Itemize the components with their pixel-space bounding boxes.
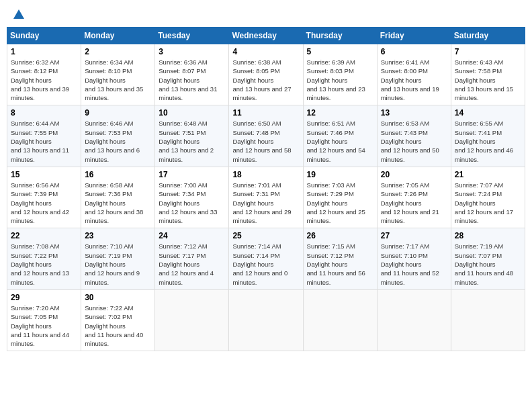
calendar-day-cell: 6 Sunrise: 6:41 AM Sunset: 8:00 PM Dayli… [377, 44, 451, 105]
day-info: Sunrise: 6:46 AM Sunset: 7:53 PM Dayligh… [85, 119, 151, 163]
calendar-day-cell: 2 Sunrise: 6:34 AM Sunset: 8:10 PM Dayli… [81, 44, 155, 105]
calendar-day-cell: 11 Sunrise: 6:50 AM Sunset: 7:48 PM Dayl… [229, 105, 303, 167]
calendar-day-cell: 14 Sunrise: 6:55 AM Sunset: 7:41 PM Dayl… [451, 105, 525, 167]
day-info: Sunrise: 7:10 AM Sunset: 7:19 PM Dayligh… [85, 242, 151, 286]
day-info: Sunrise: 7:08 AM Sunset: 7:22 PM Dayligh… [11, 242, 77, 286]
calendar-day-cell: 26 Sunrise: 7:15 AM Sunset: 7:12 PM Dayl… [303, 228, 377, 289]
calendar-day-cell: 17 Sunrise: 7:00 AM Sunset: 7:34 PM Dayl… [155, 167, 229, 228]
calendar-day-cell: 21 Sunrise: 7:07 AM Sunset: 7:24 PM Dayl… [451, 167, 525, 228]
calendar-day-cell: 27 Sunrise: 7:17 AM Sunset: 7:10 PM Dayl… [377, 228, 451, 289]
calendar-day-cell: 29 Sunrise: 7:20 AM Sunset: 7:05 PM Dayl… [7, 289, 81, 351]
day-number: 9 [85, 108, 151, 118]
calendar-day-cell [377, 289, 451, 351]
calendar-day-cell [229, 289, 303, 351]
day-number: 7 [455, 47, 521, 56]
calendar-week-row: 29 Sunrise: 7:20 AM Sunset: 7:05 PM Dayl… [7, 289, 525, 351]
day-number: 13 [381, 108, 447, 118]
day-number: 14 [455, 108, 521, 118]
day-info: Sunrise: 7:07 AM Sunset: 7:24 PM Dayligh… [455, 181, 521, 225]
day-info: Sunrise: 6:51 AM Sunset: 7:46 PM Dayligh… [307, 119, 373, 163]
day-info: Sunrise: 6:41 AM Sunset: 8:00 PM Dayligh… [381, 58, 447, 102]
day-info: Sunrise: 6:44 AM Sunset: 7:55 PM Dayligh… [11, 119, 77, 163]
day-number: 23 [85, 231, 151, 240]
calendar-day-cell: 4 Sunrise: 6:38 AM Sunset: 8:05 PM Dayli… [229, 44, 303, 105]
day-number: 18 [232, 170, 299, 179]
day-of-week-header: Thursday [303, 28, 377, 44]
day-info: Sunrise: 7:15 AM Sunset: 7:12 PM Dayligh… [307, 242, 373, 286]
calendar-day-cell [155, 289, 229, 351]
day-number: 25 [232, 231, 299, 240]
day-number: 26 [307, 231, 373, 240]
day-number: 11 [232, 108, 299, 118]
calendar-day-cell: 22 Sunrise: 7:08 AM Sunset: 7:22 PM Dayl… [7, 228, 81, 289]
calendar-day-cell [303, 289, 377, 351]
calendar-day-cell: 1 Sunrise: 6:32 AM Sunset: 8:12 PM Dayli… [7, 44, 81, 105]
calendar-day-cell: 3 Sunrise: 6:36 AM Sunset: 8:07 PM Dayli… [155, 44, 229, 105]
day-number: 28 [455, 231, 521, 240]
day-info: Sunrise: 6:36 AM Sunset: 8:07 PM Dayligh… [159, 58, 225, 102]
calendar-day-cell: 7 Sunrise: 6:43 AM Sunset: 7:58 PM Dayli… [451, 44, 525, 105]
day-number: 4 [232, 47, 299, 56]
calendar-table: SundayMondayTuesdayWednesdayThursdayFrid… [7, 27, 525, 351]
calendar-day-cell: 5 Sunrise: 6:39 AM Sunset: 8:03 PM Dayli… [303, 44, 377, 105]
day-info: Sunrise: 6:55 AM Sunset: 7:41 PM Dayligh… [455, 119, 521, 163]
day-number: 21 [455, 170, 521, 179]
day-number: 10 [159, 108, 225, 118]
day-number: 24 [159, 231, 225, 240]
day-info: Sunrise: 6:34 AM Sunset: 8:10 PM Dayligh… [85, 58, 151, 102]
day-info: Sunrise: 7:00 AM Sunset: 7:34 PM Dayligh… [159, 181, 225, 225]
day-number: 27 [381, 231, 447, 240]
day-number: 15 [11, 170, 77, 179]
calendar-day-cell: 18 Sunrise: 7:01 AM Sunset: 7:31 PM Dayl… [229, 167, 303, 228]
calendar-day-cell: 12 Sunrise: 6:51 AM Sunset: 7:46 PM Dayl… [303, 105, 377, 167]
day-info: Sunrise: 7:03 AM Sunset: 7:29 PM Dayligh… [307, 181, 373, 225]
day-info: Sunrise: 7:05 AM Sunset: 7:26 PM Dayligh… [381, 181, 447, 225]
day-number: 2 [85, 47, 151, 56]
calendar-day-cell: 30 Sunrise: 7:22 AM Sunset: 7:02 PM Dayl… [81, 289, 155, 351]
calendar-day-cell: 8 Sunrise: 6:44 AM Sunset: 7:55 PM Dayli… [7, 105, 81, 167]
day-number: 12 [307, 108, 373, 118]
calendar-day-cell: 16 Sunrise: 6:58 AM Sunset: 7:36 PM Dayl… [81, 167, 155, 228]
calendar-day-cell: 24 Sunrise: 7:12 AM Sunset: 7:17 PM Dayl… [155, 228, 229, 289]
day-info: Sunrise: 6:50 AM Sunset: 7:48 PM Dayligh… [232, 119, 299, 163]
day-info: Sunrise: 7:17 AM Sunset: 7:10 PM Dayligh… [381, 242, 447, 286]
day-info: Sunrise: 7:01 AM Sunset: 7:31 PM Dayligh… [232, 181, 299, 225]
day-number: 19 [307, 170, 373, 179]
calendar-day-cell: 20 Sunrise: 7:05 AM Sunset: 7:26 PM Dayl… [377, 167, 451, 228]
day-number: 29 [11, 293, 77, 302]
calendar-header-row: SundayMondayTuesdayWednesdayThursdayFrid… [7, 28, 525, 44]
calendar-day-cell: 9 Sunrise: 6:46 AM Sunset: 7:53 PM Dayli… [81, 105, 155, 167]
day-number: 22 [11, 231, 77, 240]
day-info: Sunrise: 6:32 AM Sunset: 8:12 PM Dayligh… [11, 58, 77, 102]
day-info: Sunrise: 6:56 AM Sunset: 7:39 PM Dayligh… [11, 181, 77, 225]
day-number: 17 [159, 170, 225, 179]
logo-triangle-icon [13, 9, 24, 19]
calendar-day-cell [451, 289, 525, 351]
calendar-day-cell: 25 Sunrise: 7:14 AM Sunset: 7:14 PM Dayl… [229, 228, 303, 289]
page-header [7, 7, 525, 23]
day-of-week-header: Friday [377, 28, 451, 44]
day-info: Sunrise: 6:38 AM Sunset: 8:05 PM Dayligh… [232, 58, 299, 102]
day-number: 3 [159, 47, 225, 56]
day-of-week-header: Tuesday [155, 28, 229, 44]
day-info: Sunrise: 7:22 AM Sunset: 7:02 PM Dayligh… [85, 304, 151, 348]
day-info: Sunrise: 6:53 AM Sunset: 7:43 PM Dayligh… [381, 119, 447, 163]
day-info: Sunrise: 7:14 AM Sunset: 7:14 PM Dayligh… [232, 242, 299, 286]
day-of-week-header: Sunday [7, 28, 81, 44]
day-info: Sunrise: 6:48 AM Sunset: 7:51 PM Dayligh… [159, 119, 225, 163]
calendar-day-cell: 19 Sunrise: 7:03 AM Sunset: 7:29 PM Dayl… [303, 167, 377, 228]
day-info: Sunrise: 6:43 AM Sunset: 7:58 PM Dayligh… [455, 58, 521, 102]
day-number: 16 [85, 170, 151, 179]
calendar-week-row: 8 Sunrise: 6:44 AM Sunset: 7:55 PM Dayli… [7, 105, 525, 167]
day-of-week-header: Saturday [451, 28, 525, 44]
day-number: 6 [381, 47, 447, 56]
day-number: 8 [11, 108, 77, 118]
logo [12, 9, 24, 20]
day-info: Sunrise: 7:19 AM Sunset: 7:07 PM Dayligh… [455, 242, 521, 286]
day-of-week-header: Monday [81, 28, 155, 44]
calendar-week-row: 1 Sunrise: 6:32 AM Sunset: 8:12 PM Dayli… [7, 44, 525, 105]
day-number: 1 [11, 47, 77, 56]
day-info: Sunrise: 6:39 AM Sunset: 8:03 PM Dayligh… [307, 58, 373, 102]
day-number: 5 [307, 47, 373, 56]
day-of-week-header: Wednesday [229, 28, 303, 44]
